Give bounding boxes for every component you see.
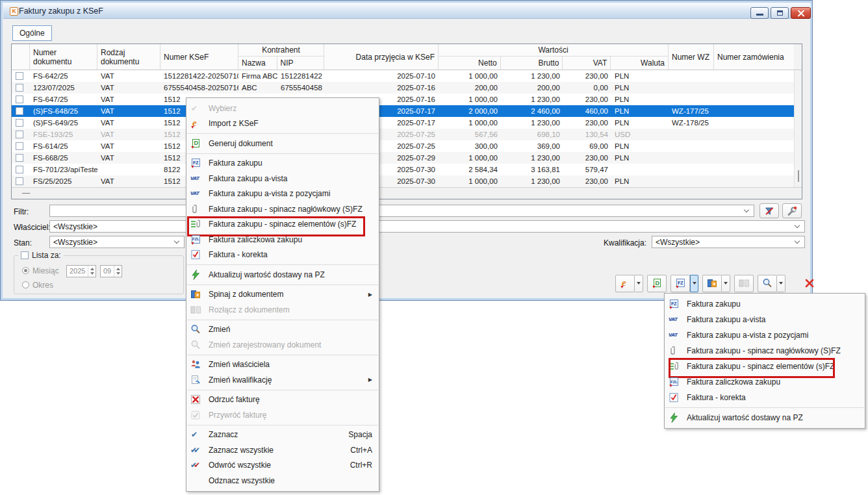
row-checkbox[interactable] [16, 107, 23, 115]
generuj-dokument-button[interactable]: D▼ [647, 275, 667, 292]
filtr-combobox[interactable] [49, 205, 754, 217]
table-row[interactable]: FS-614/25VAT15122025-07-25300,00369,0069… [12, 140, 802, 152]
minimize-button[interactable] [750, 7, 769, 19]
zmien-button[interactable] [758, 275, 777, 292]
header-brutto[interactable]: Brutto [501, 57, 563, 70]
vat-icon: VAT [190, 173, 201, 184]
header-netto[interactable]: Netto [439, 57, 501, 70]
table-row[interactable]: FS/25/2025VAT15122025-07-301 000,001 230… [12, 175, 802, 187]
row-checkbox[interactable] [16, 95, 23, 103]
miesiac-spinner[interactable]: 09 [100, 265, 122, 277]
zamknij-button[interactable] [800, 275, 819, 292]
spinaj-z-dokumentem-button-dropdown[interactable] [722, 275, 730, 292]
import-ksef-button-dropdown[interactable] [635, 275, 643, 292]
context-menu-item-zmie-kwalifikacj[interactable]: Zmień kwalifikację▶ [186, 372, 379, 388]
context-menu-item-faktura-korekta[interactable]: Faktura - korekta [186, 247, 379, 263]
okres-radio[interactable] [22, 281, 29, 288]
grid-vscrollbar[interactable] [794, 70, 802, 187]
header-numer-wz[interactable]: Numer WZ [669, 44, 714, 70]
row-checkbox[interactable] [16, 131, 23, 138]
wlasciciel-combobox[interactable]: <Wszystkie> [49, 220, 805, 233]
popup-menu-item-faktura-zakupu-a-vista[interactable]: VATFaktura zakupu a-vista [665, 312, 865, 327]
close-button[interactable] [791, 7, 811, 19]
filter-settings-button[interactable] [782, 203, 802, 218]
popup-menu-item-faktura-zaliczkowa-zakupu[interactable]: FZL▼Faktura zaliczkowa zakupu [665, 374, 865, 390]
header-numer-dokumentu[interactable]: Numer dokumentu [30, 44, 97, 70]
chevron-down-icon[interactable] [795, 238, 800, 243]
popup-menu-item-faktura-zakupu-spinacz-element-w-s-fz[interactable]: Faktura zakupu - spinacz elementów (s)FZ [665, 359, 865, 374]
spinaj-z-dokumentem-button[interactable] [702, 275, 722, 292]
spinner-arrows-icon[interactable] [88, 266, 96, 277]
chevron-down-icon[interactable] [744, 207, 749, 212]
header-vat[interactable]: VAT [563, 57, 611, 70]
header-rodzaj-dokumentu[interactable]: Rodzaj dokumentu [97, 44, 160, 70]
cell-waluta: PLN [611, 82, 669, 94]
context-menu-item-faktura-zakupu-spinacz-element-w-s-fz[interactable]: Faktura zakupu - spinacz elementów (s)FZ [186, 217, 379, 233]
table-row[interactable]: (S)FS-649/25VAT15122025-07-171 000,001 2… [12, 117, 802, 129]
cell-numer_dokumentu: FS-701/23/apiTeste [30, 164, 97, 175]
row-checkbox[interactable] [16, 72, 23, 80]
header-data-przyjecia[interactable]: Data przyjęcia w KSeF [324, 44, 439, 70]
context-menu-item-generuj-dokument[interactable]: D▼Generuj dokument [186, 136, 379, 151]
context-menu-item-odrzu-faktur[interactable]: Odrzuć fakturę [186, 392, 379, 408]
header-nazwa[interactable]: Nazwa [238, 57, 277, 70]
restore-button[interactable] [771, 7, 789, 19]
popup-menu-item-faktura-korekta[interactable]: Faktura - korekta [665, 390, 865, 405]
tab-ogolne[interactable]: Ogólne [12, 25, 52, 41]
header-numer-ksef[interactable]: Numer KSeF [160, 44, 238, 70]
context-menu-item-aktualizuj-warto-dostawy-na-pz[interactable]: Aktualizuj wartość dostawy na PZ [186, 267, 379, 283]
link-doc-icon [190, 289, 201, 299]
lista-za-checkbox[interactable] [21, 251, 29, 259]
title-bar[interactable]: K Faktury zakupu z KSeF [3, 3, 811, 19]
popup-menu-item-faktura-zakupu-a-vista-z-pozycjami[interactable]: VATFaktura zakupu a-vista z pozycjami [665, 327, 865, 343]
context-menu-item-faktura-zakupu-a-vista-z-pozycjami[interactable]: VATFaktura zakupu a-vista z pozycjami [186, 186, 379, 202]
table-row[interactable]: FS-642/25VAT1512281422-20250710-8Firma A… [12, 70, 802, 82]
vscrollbar-thumb[interactable] [798, 170, 799, 182]
row-checkbox[interactable] [16, 84, 23, 92]
table-row[interactable]: (S)FS-648/25VAT15122025-07-172 000,002 4… [12, 105, 802, 117]
context-menu-item-faktura-zakupu-spinacz-nag-wkowy-s-fz[interactable]: Faktura zakupu - spinacz nagłówkowy (S)F… [186, 201, 379, 217]
filter-clear-button[interactable] [760, 203, 779, 218]
faktura-zakupu-button[interactable]: FZ▼ [670, 275, 690, 292]
cell-rodzaj_dokumentu: VAT [97, 70, 160, 82]
context-menu-item-zmie[interactable]: Zmień [186, 322, 379, 338]
context-menu-item-zaznacz[interactable]: ✔ZaznaczSpacja [186, 427, 379, 443]
header-nip[interactable]: NIP [277, 57, 324, 70]
chevron-down-icon[interactable] [174, 238, 179, 243]
popup-menu-item-aktualizuj-warto-dostawy-na-pz[interactable]: Aktualizuj wartość dostawy na PZ [665, 410, 865, 425]
context-menu-item-zmie-w-a-ciciela[interactable]: Zmień właściciela [186, 357, 379, 373]
miesiac-radio[interactable] [22, 267, 29, 274]
faktura-zakupu-button-dropdown[interactable] [690, 275, 698, 292]
zmien-button-dropdown[interactable] [777, 275, 785, 292]
popup-menu-item-faktura-zakupu[interactable]: FZ▼Faktura zakupu [665, 296, 865, 312]
table-row[interactable]: FSE-193/25VAT15122025-07-25567,56698,101… [12, 129, 802, 140]
row-checkbox[interactable] [16, 177, 23, 185]
header-waluta[interactable]: Waluta [611, 57, 668, 70]
context-menu-item-zaznacz-wszystkie[interactable]: ✔✔Zaznacz wszystkieCtrl+A [186, 442, 379, 458]
stan-combobox[interactable]: <Wszystkie> [49, 236, 185, 248]
table-row[interactable]: FS-701/23/apiTeste81222025-07-302 584,34… [12, 164, 802, 175]
context-menu-item-faktura-zakupu-a-vista[interactable]: VATFaktura zakupu a-vista [186, 171, 379, 186]
row-checkbox[interactable] [16, 166, 23, 173]
header-numer-zamowienia[interactable]: Numer zamówienia [714, 44, 794, 70]
spinner-arrows-icon[interactable] [114, 266, 121, 277]
table-row[interactable]: FS-647/25VAT15122025-07-161 000,001 230,… [12, 94, 802, 105]
context-menu-item-faktura-zakupu[interactable]: FZ▼Faktura zakupu [186, 156, 379, 171]
row-checkbox-cell [12, 164, 30, 175]
popup-menu-item-faktura-zakupu-spinacz-nag-wkowy-s-fz[interactable]: Faktura zakupu - spinacz nagłówkowy (S)F… [665, 343, 865, 359]
table-row[interactable]: 123/07/2025VAT6755540458-20250716-4ABC67… [12, 82, 802, 94]
row-checkbox[interactable] [16, 142, 23, 150]
chevron-down-icon[interactable] [795, 222, 800, 227]
grid-header[interactable]: Numer dokumentu Rodzaj dokumentu Numer K… [12, 44, 802, 70]
context-menu-item-odznacz-wszystkie[interactable]: Odznacz wszystkie [186, 473, 379, 489]
kwalifikacja-combobox[interactable]: <Wszystkie> [652, 236, 805, 248]
row-checkbox[interactable] [16, 154, 23, 162]
rok-spinner[interactable]: 2025 [66, 265, 96, 277]
context-menu-item-import-z-ksef[interactable]: e▼Import z KSeF [186, 116, 379, 132]
context-menu-item-spinaj-z-dokumentem[interactable]: Spinaj z dokumentem▶ [186, 287, 379, 303]
import-ksef-button[interactable]: e▼ [615, 275, 635, 292]
context-menu-item-faktura-zaliczkowa-zakupu[interactable]: FZL▼Faktura zaliczkowa zakupu [186, 232, 379, 247]
row-checkbox[interactable] [16, 119, 23, 127]
context-menu-item-odwr-wszystkie[interactable]: ✔✔Odwróć wszystkieCtrl+R [186, 458, 379, 474]
table-row[interactable]: FS-668/25VAT15122025-07-291 000,001 230,… [12, 152, 802, 164]
